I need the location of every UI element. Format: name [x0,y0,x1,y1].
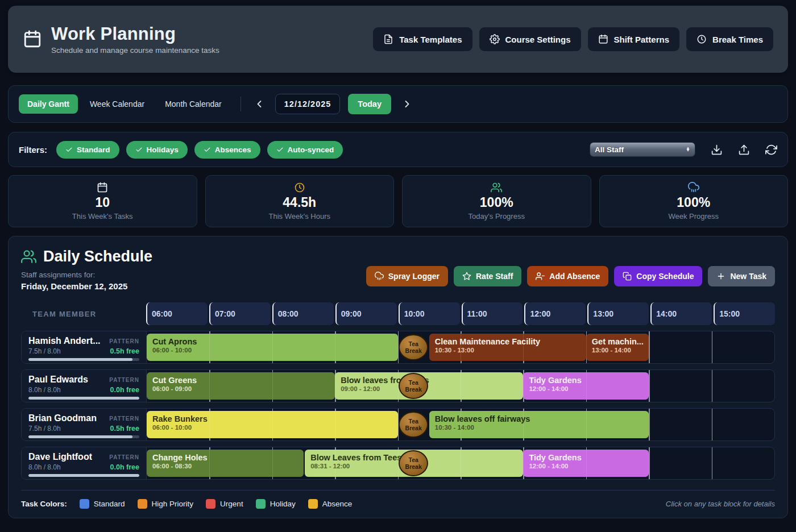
team-member-column-header: TEAM MEMBER [21,310,146,318]
check-icon [276,146,284,153]
add-absence-button[interactable]: Add Absence [527,266,608,286]
row-timeline: Cut Aprons06:00 - 10:00Clean Maintenance… [147,331,774,363]
task-block-change-holes[interactable]: Change Holes06:00 - 08:30 [147,450,304,477]
task-block-blow-leaves-off-fairways[interactable]: Blow leaves off fairways10:30 - 14:00 [429,411,649,438]
spray-logger-button[interactable]: Spray Logger [366,266,448,286]
hour-gridline-overlay [335,331,335,363]
pattern-label: PATTERN [109,454,139,460]
member-card[interactable]: Paul EdwardsPATTERN8.0h / 8.0h0.0h free [22,370,147,402]
filter-standard-pill[interactable]: Standard [56,141,119,159]
rate-staff-button[interactable]: Rate Staff [454,266,521,286]
hour-gridline-overlay [712,370,712,402]
tea-break[interactable]: Tea Break [399,412,428,438]
task-block-blow-leaves-from-tees[interactable]: Blow leaves from Tees09:00 - 12:00 [335,372,523,400]
task-block-cut-greens[interactable]: Cut Greens06:00 - 09:00 [147,372,335,400]
filter-absences-pill[interactable]: Absences [194,141,260,159]
hour-gridline-overlay [523,370,524,402]
hour-gridline-overlay [586,370,587,402]
tea-break[interactable]: Tea Break [399,334,428,360]
schedule-actions: Spray LoggerRate StaffAdd AbsenceCopy Sc… [366,266,775,286]
legend-swatch [80,499,89,509]
capacity-bar [28,435,139,438]
task-title: Cut Greens [152,376,329,385]
legend-swatch [138,499,147,509]
filter-holidays-pill[interactable]: Holidays [126,141,188,159]
hour-gridline-overlay [272,331,273,363]
button-label: Spray Logger [388,272,440,281]
page-subtitle: Schedule and manage course maintenance t… [51,46,219,55]
member-card[interactable]: Hamish Andert...PATTERN7.5h / 8.0h0.5h f… [22,331,147,363]
next-day-button[interactable] [399,96,415,112]
pill-label: Absences [215,146,251,154]
legend-item-absence: Absence [308,499,353,509]
schedule-subtitle: Staff assignments for: [21,271,152,279]
legend-item-holiday: Holiday [256,499,296,509]
work-planning-page: Work Planning Schedule and manage course… [0,0,796,532]
page-title: Work Planning [51,24,219,44]
stat-value: 100% [480,195,513,210]
users-icon [21,249,36,264]
button-label: Task Templates [399,35,462,44]
stat-card-today-s-progress: 100%Today's Progress [402,175,591,227]
today-button[interactable]: Today [348,94,391,114]
filters-label: Filters: [19,145,47,155]
schedule-title: Daily Schedule [43,248,152,265]
filter-auto-synced-pill[interactable]: Auto-synced [267,141,343,159]
clock-icon [696,34,707,44]
hour-gridline-overlay [209,370,210,402]
member-name: Brian Goodman [28,413,97,423]
task-block-clean-maintenance-facility[interactable]: Clean Maintenance Facility10:30 - 13:00 [429,334,586,361]
tea-break[interactable]: Tea Break [399,373,428,399]
hour-gridline-overlay [335,447,335,479]
upload-icon [738,144,750,156]
tea-break[interactable]: Tea Break [399,450,428,476]
download-icon [711,144,723,156]
time-column-12-00: 12:00 [524,302,586,325]
date-input[interactable]: 12/12/2025 [275,94,341,114]
refresh-button[interactable] [765,144,777,156]
view-toolbar: Daily GanttWeek CalendarMonth Calendar 1… [8,85,788,123]
stat-label: Today's Progress [469,212,525,221]
time-columns: 06:0007:0008:0009:0010:0011:0012:0013:00… [146,302,775,325]
course-settings-button[interactable]: Course Settings [479,27,581,51]
schedule-row-paul-edwards: Paul EdwardsPATTERN8.0h / 8.0h0.0h freeC… [21,369,775,402]
tab-week-calendar[interactable]: Week Calendar [81,94,153,114]
break-times-button[interactable]: Break Times [686,27,773,51]
stats-row: 10This Week's Tasks44.5hThis Week's Hour… [8,175,788,227]
task-block-get-machin[interactable]: Get machin...13:00 - 14:00 [586,334,649,361]
tab-month-calendar[interactable]: Month Calendar [156,94,230,114]
stat-card-this-week-s-tasks: 10This Week's Tasks [8,175,197,227]
new-task-button[interactable]: New Task [708,266,775,286]
legend-item-standard: Standard [80,499,125,509]
hour-gridline-overlay [712,447,712,479]
time-column-13-00: 13:00 [587,302,649,325]
view-tabs: Daily GanttWeek CalendarMonth Calendar [19,94,230,114]
staff-filter-select[interactable]: All Staff ▲▼ [590,142,695,157]
pattern-label: PATTERN [109,338,139,344]
gear-icon [490,34,500,44]
copy-schedule-button[interactable]: Copy Schedule [614,266,702,286]
pattern-label: PATTERN [109,377,139,383]
time-column-14-00: 14:00 [650,302,712,325]
shift-patterns-button[interactable]: Shift Patterns [588,27,680,51]
upload-button[interactable] [738,144,750,156]
time-column-15-00: 15:00 [714,302,775,325]
time-column-10-00: 10:00 [399,302,460,325]
member-card[interactable]: Brian GoodmanPATTERN7.5h / 8.0h0.5h free [22,409,147,440]
task-templates-button[interactable]: Task Templates [373,27,472,51]
time-column-07-00: 07:00 [209,302,271,325]
prev-day-button[interactable] [251,96,267,112]
tab-daily-gantt[interactable]: Daily Gantt [19,94,78,114]
file-text-icon [383,34,393,44]
download-button[interactable] [711,144,723,156]
button-label: Shift Patterns [614,35,670,44]
check-icon [135,146,143,153]
member-name: Dave Lightfoot [28,452,92,462]
task-time: 13:00 - 14:00 [592,347,643,354]
hour-gridline-overlay [712,409,712,440]
schedule-header: Daily Schedule Staff assignments for: Fr… [21,248,775,291]
pill-label: Auto-synced [288,146,334,154]
member-card[interactable]: Dave LightfootPATTERN8.0h / 8.0h0.0h fre… [22,447,147,479]
hour-gridline-overlay [209,409,210,440]
task-time: 09:00 - 12:00 [341,385,517,392]
